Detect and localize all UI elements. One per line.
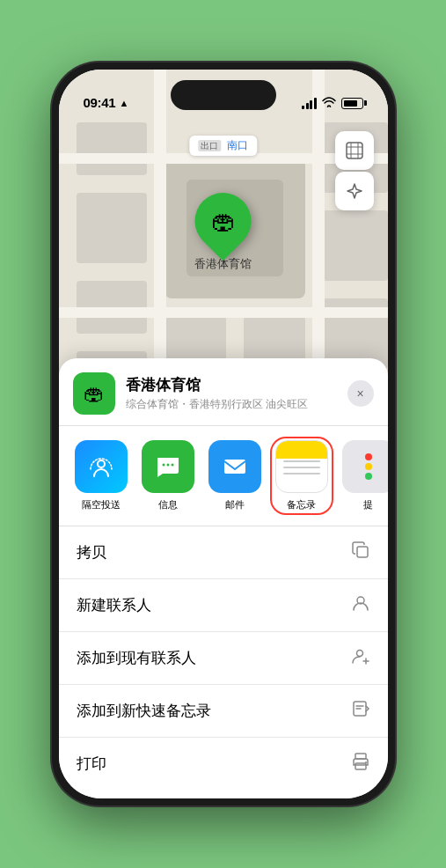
- action-copy-label: 拷贝: [77, 542, 106, 563]
- messages-label: 信息: [158, 498, 178, 511]
- action-new-contact[interactable]: 新建联系人: [59, 579, 388, 632]
- share-item-more[interactable]: 提: [340, 440, 388, 511]
- svg-point-22: [162, 464, 165, 467]
- more-label: 提: [363, 498, 373, 511]
- location-marker: 🏟 香港体育馆: [194, 193, 252, 272]
- venue-icon: 🏟: [73, 372, 115, 415]
- action-quick-note[interactable]: 添加到新快速备忘录: [59, 685, 388, 738]
- venue-stadium-icon: 🏟: [84, 381, 105, 406]
- status-icons: [302, 96, 363, 110]
- svg-rect-1: [77, 122, 147, 175]
- close-button[interactable]: ×: [347, 380, 374, 407]
- svg-rect-2: [77, 193, 147, 263]
- phone-screen: 09:41 ▲: [59, 70, 388, 798]
- marker-stadium-icon: 🏟: [211, 207, 236, 236]
- svg-rect-26: [357, 547, 368, 557]
- svg-point-32: [365, 761, 367, 763]
- mail-icon: [208, 440, 261, 493]
- svg-point-21: [98, 460, 105, 467]
- bottom-sheet: 🏟 香港体育馆 综合体育馆・香港特别行政区 油尖旺区 ×: [59, 358, 388, 798]
- airdrop-icon: [75, 440, 128, 493]
- map-controls: [335, 131, 374, 210]
- action-add-contact[interactable]: 添加到现有联系人: [59, 632, 388, 685]
- airdrop-label: 隔空投送: [82, 498, 121, 511]
- svg-rect-18: [59, 307, 388, 318]
- svg-point-23: [166, 464, 169, 467]
- dynamic-island: [171, 80, 276, 110]
- action-list: 拷贝 新建联系人: [59, 526, 388, 790]
- action-new-contact-label: 新建联系人: [77, 595, 151, 615]
- share-item-airdrop[interactable]: 隔空投送: [73, 440, 129, 511]
- notes-icon: [275, 440, 328, 493]
- share-item-mail[interactable]: 邮件: [207, 440, 263, 511]
- svg-rect-30: [355, 754, 366, 759]
- status-time: 09:41: [84, 95, 116, 110]
- note-icon: [351, 699, 370, 723]
- venue-name: 香港体育馆: [126, 375, 337, 395]
- svg-rect-25: [224, 460, 245, 474]
- person-add-icon: [351, 646, 370, 670]
- map-label-text: 南口: [227, 139, 248, 151]
- action-print-label: 打印: [77, 754, 106, 774]
- action-copy[interactable]: 拷贝: [59, 526, 388, 579]
- location-arrow-icon: ▲: [119, 98, 128, 108]
- signal-icon: [302, 98, 317, 109]
- messages-icon: [142, 440, 194, 493]
- venue-subtitle: 综合体育馆・香港特别行政区 油尖旺区: [126, 397, 337, 412]
- svg-rect-31: [355, 763, 366, 769]
- phone-frame: 09:41 ▲: [52, 63, 395, 805]
- marker-pin: 🏟: [183, 181, 263, 261]
- sheet-header: 🏟 香港体育馆 综合体育馆・香港特别行政区 油尖旺区 ×: [59, 358, 388, 426]
- more-icon: [342, 440, 388, 493]
- share-row: 隔空投送 信息: [59, 426, 388, 526]
- svg-rect-20: [347, 143, 362, 158]
- svg-point-24: [171, 464, 173, 467]
- action-print[interactable]: 打印: [59, 738, 388, 790]
- map-label: 出口 南口: [189, 136, 257, 156]
- notes-lines: [283, 460, 320, 474]
- mail-label: 邮件: [225, 498, 245, 511]
- map-label-prefix: 出口: [198, 140, 221, 151]
- venue-info: 香港体育馆 综合体育馆・香港特别行政区 油尖旺区: [126, 375, 337, 412]
- location-button[interactable]: [335, 172, 374, 210]
- wifi-icon: [322, 96, 336, 110]
- action-quick-note-label: 添加到新快速备忘录: [77, 701, 211, 721]
- svg-point-28: [356, 651, 362, 657]
- print-icon: [351, 752, 370, 776]
- share-item-notes[interactable]: 备忘录: [274, 440, 330, 511]
- close-icon: ×: [356, 386, 363, 401]
- share-item-messages[interactable]: 信息: [140, 440, 196, 511]
- svg-rect-8: [323, 210, 388, 281]
- person-icon: [351, 593, 370, 617]
- map-type-button[interactable]: [335, 131, 374, 170]
- action-add-contact-label: 添加到现有联系人: [77, 648, 196, 668]
- battery-icon: [341, 98, 363, 109]
- copy-icon: [351, 541, 370, 564]
- notes-label: 备忘录: [287, 498, 316, 511]
- color-dots: [365, 453, 372, 480]
